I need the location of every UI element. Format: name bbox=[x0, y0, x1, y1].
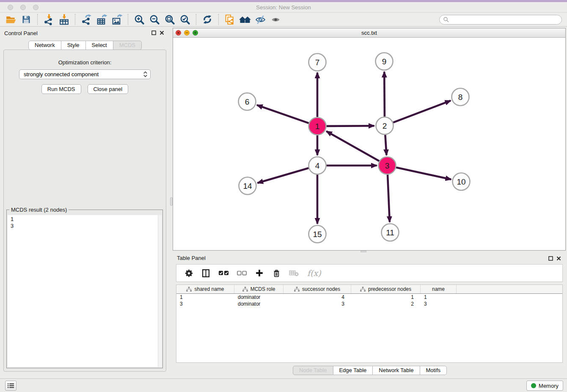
column-header-mcds-role[interactable]: MCDS role bbox=[234, 285, 284, 293]
column-header-predecessor-nodes[interactable]: predecessor nodes bbox=[351, 285, 421, 293]
table-panel-tabs: Node TableEdge TableNetwork TableMotifs bbox=[293, 366, 447, 375]
tab-mcds[interactable]: MCDS bbox=[113, 41, 142, 50]
hide-selected-eye-slash-icon[interactable] bbox=[253, 13, 268, 26]
memory-button[interactable]: Memory bbox=[526, 381, 563, 391]
table-cell[interactable]: 3 bbox=[176, 301, 234, 307]
graph-node-6[interactable]: 6 bbox=[239, 93, 256, 110]
select-all-columns-icon[interactable] bbox=[218, 270, 229, 276]
save-session-icon[interactable] bbox=[19, 13, 34, 26]
optimization-criterion-select[interactable]: strongly connected component bbox=[19, 69, 151, 79]
table-cell[interactable]: 3 bbox=[284, 301, 351, 307]
tab-network-table[interactable]: Network Table bbox=[372, 366, 420, 375]
graph-node-11[interactable]: 11 bbox=[382, 224, 399, 241]
edge-2-9[interactable] bbox=[384, 72, 385, 117]
deselect-all-columns-icon[interactable] bbox=[237, 271, 247, 276]
edge-1-2[interactable] bbox=[327, 126, 374, 126]
column-hierarchy-icon bbox=[242, 287, 248, 292]
table-panel-float-icon[interactable] bbox=[548, 256, 553, 261]
refresh-icon[interactable] bbox=[200, 13, 215, 26]
search-input[interactable] bbox=[451, 16, 561, 24]
run-mcds-button[interactable]: Run MCDS bbox=[41, 84, 81, 94]
graph-node-7[interactable]: 7 bbox=[309, 54, 326, 71]
import-network-icon[interactable] bbox=[41, 13, 56, 26]
import-table-icon[interactable] bbox=[56, 13, 72, 26]
show-all-eye-icon[interactable] bbox=[268, 13, 283, 26]
svg-text:8: 8 bbox=[458, 93, 463, 102]
node-table[interactable]: shared nameMCDS rolesuccessor nodesprede… bbox=[176, 284, 563, 363]
table-cell[interactable]: 1 bbox=[351, 294, 421, 301]
mcds-result-scrollbar[interactable] bbox=[158, 215, 162, 367]
edge-3-1[interactable] bbox=[326, 131, 379, 161]
search-icon bbox=[443, 17, 449, 22]
memory-label: Memory bbox=[539, 383, 559, 389]
table-cell[interactable]: 2 bbox=[351, 301, 421, 307]
tab-select[interactable]: Select bbox=[85, 41, 113, 50]
network-window-titlebar[interactable]: scc.txt bbox=[173, 28, 565, 38]
control-panel-close-icon[interactable] bbox=[160, 30, 164, 35]
svg-text:10: 10 bbox=[457, 177, 465, 186]
column-header-filler bbox=[457, 285, 562, 293]
graph-node-8[interactable]: 8 bbox=[452, 88, 469, 106]
column-header-name[interactable]: name bbox=[421, 285, 457, 293]
export-network-icon[interactable] bbox=[79, 13, 94, 26]
tab-network[interactable]: Network bbox=[28, 41, 61, 50]
column-header-successor-nodes[interactable]: successor nodes bbox=[284, 285, 351, 293]
mcds-result-box: MCDS result (2 nodes) 1 3 bbox=[6, 210, 163, 368]
open-session-icon[interactable] bbox=[3, 13, 19, 26]
table-cell[interactable]: 1 bbox=[421, 294, 457, 301]
zoom-fit-icon[interactable] bbox=[162, 13, 177, 26]
function-builder-icon: f(x) bbox=[307, 268, 321, 278]
main-area: Control Panel NetworkStyleSelectMCDS Opt… bbox=[0, 27, 567, 378]
graph-node-9[interactable]: 9 bbox=[376, 53, 393, 70]
graph-node-4[interactable]: 4 bbox=[309, 157, 326, 174]
column-label: successor nodes bbox=[302, 286, 340, 292]
task-history-button[interactable] bbox=[5, 381, 17, 391]
svg-text:3: 3 bbox=[385, 161, 390, 170]
export-image-icon[interactable] bbox=[109, 13, 124, 26]
export-table-icon[interactable] bbox=[94, 13, 109, 26]
table-row[interactable]: 1dominator411 bbox=[176, 294, 562, 301]
graph-node-3[interactable]: 3 bbox=[379, 157, 396, 174]
delete-table-icon bbox=[289, 269, 299, 277]
network-graph[interactable]: 7968124314101511 bbox=[173, 38, 565, 250]
table-cell[interactable]: 1 bbox=[176, 294, 234, 301]
edge-4-14[interactable] bbox=[258, 168, 309, 183]
table-panel-close-icon[interactable] bbox=[556, 256, 561, 261]
table-cell[interactable]: dominator bbox=[234, 301, 284, 307]
control-panel-float-icon[interactable] bbox=[151, 30, 156, 35]
zoom-out-icon[interactable] bbox=[147, 13, 162, 26]
tab-node-table[interactable]: Node Table bbox=[293, 366, 333, 375]
zoom-in-icon[interactable] bbox=[132, 13, 147, 26]
graph-node-10[interactable]: 10 bbox=[453, 173, 470, 190]
edge-1-6[interactable] bbox=[257, 105, 309, 123]
edge-3-11[interactable] bbox=[388, 175, 390, 222]
show-columns-icon[interactable] bbox=[201, 269, 210, 278]
graph-node-1[interactable]: 1 bbox=[309, 118, 326, 135]
mcds-result-text[interactable]: 1 3 bbox=[8, 215, 162, 367]
tab-style[interactable]: Style bbox=[61, 41, 86, 50]
table-cell[interactable]: 4 bbox=[284, 294, 351, 301]
network-canvas[interactable]: 7968124314101511 bbox=[173, 38, 565, 250]
graph-node-15[interactable]: 15 bbox=[309, 226, 326, 243]
first-neighbors-icon[interactable] bbox=[237, 13, 253, 26]
tab-edge-table[interactable]: Edge Table bbox=[333, 366, 373, 375]
edge-3-10[interactable] bbox=[396, 168, 451, 179]
graph-node-14[interactable]: 14 bbox=[239, 177, 256, 195]
tab-motifs[interactable]: Motifs bbox=[419, 366, 447, 375]
table-settings-gear-icon[interactable] bbox=[184, 269, 193, 278]
close-panel-button[interactable]: Close panel bbox=[88, 84, 129, 94]
search-field[interactable] bbox=[439, 15, 562, 25]
edge-2-8[interactable] bbox=[393, 101, 451, 123]
zoom-selected-icon[interactable] bbox=[177, 13, 193, 26]
clone-network-icon[interactable] bbox=[222, 13, 237, 26]
edge-2-3[interactable] bbox=[385, 135, 386, 155]
table-cell[interactable]: dominator bbox=[234, 294, 284, 301]
memory-status-dot bbox=[531, 383, 536, 388]
add-row-plus-icon[interactable] bbox=[255, 268, 264, 278]
delete-row-trash-icon[interactable] bbox=[272, 269, 281, 278]
svg-text:7: 7 bbox=[315, 58, 320, 67]
table-cell[interactable]: 3 bbox=[421, 301, 457, 307]
column-header-shared-name[interactable]: shared name bbox=[176, 285, 234, 293]
graph-node-2[interactable]: 2 bbox=[376, 117, 394, 135]
table-row[interactable]: 3dominator323 bbox=[176, 301, 562, 307]
